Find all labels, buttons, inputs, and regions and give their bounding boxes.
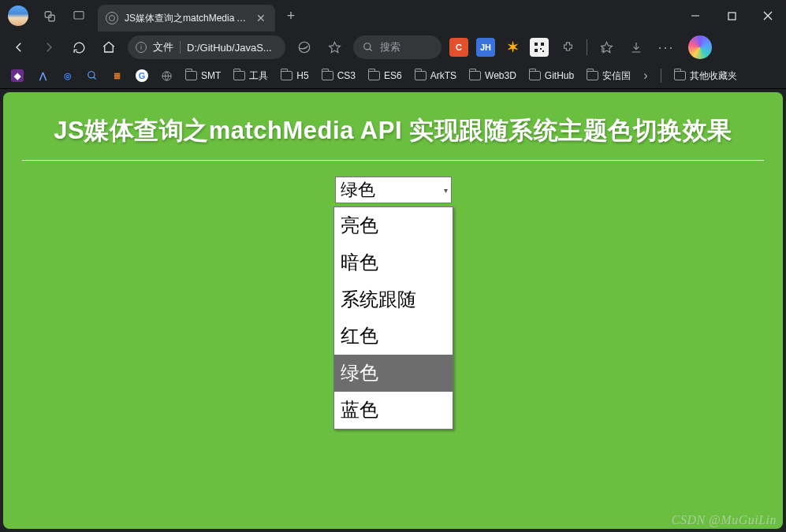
bookmark-label: CS3 xyxy=(337,70,356,81)
edge-icon[interactable] xyxy=(290,35,318,60)
bookmark-icon-4[interactable] xyxy=(82,67,102,84)
extensions-button[interactable] xyxy=(553,35,582,60)
search-icon xyxy=(363,42,374,53)
favorites-button[interactable] xyxy=(592,35,620,60)
svg-rect-14 xyxy=(542,50,544,52)
bookmark-folder-h5[interactable]: H5 xyxy=(276,67,313,84)
extension-jh[interactable]: JH xyxy=(476,38,495,57)
globe-icon xyxy=(106,12,118,24)
url-text: D:/GitHub/JavaS... xyxy=(187,42,272,54)
address-bar[interactable]: i 文件 D:/GitHub/JavaS... xyxy=(128,35,285,59)
extension-qr-icon[interactable] xyxy=(530,38,549,57)
bookmark-folder-cs3[interactable]: CS3 xyxy=(317,67,360,84)
svg-rect-2 xyxy=(74,12,84,19)
titlebar: JS媒体查询之matchMedia API 实现 ✕ + xyxy=(0,0,786,32)
browser-tab[interactable]: JS媒体查询之matchMedia API 实现 ✕ xyxy=(98,5,275,32)
workspaces-icon[interactable] xyxy=(36,2,65,30)
minimize-button[interactable] xyxy=(677,0,713,32)
svg-rect-13 xyxy=(540,48,542,50)
divider xyxy=(661,69,661,83)
option-label: 绿色 xyxy=(341,362,378,383)
bookmark-folder-web3d[interactable]: Web3D xyxy=(464,67,521,84)
home-button[interactable] xyxy=(95,35,123,60)
svg-line-9 xyxy=(370,49,372,51)
svg-rect-4 xyxy=(728,13,736,20)
downloads-button[interactable] xyxy=(622,35,650,60)
bookmark-folder-es6[interactable]: ES6 xyxy=(363,67,407,84)
extension-c[interactable]: C xyxy=(449,38,468,57)
watermark: CSDN @MuGuiLin xyxy=(672,513,777,527)
select-value: 绿色 xyxy=(341,178,375,202)
tab-title: JS媒体查询之matchMedia API 实现 xyxy=(125,12,248,25)
bookmark-icon-5[interactable]: ≣ xyxy=(106,66,128,85)
bookmark-folder-smt[interactable]: SMT xyxy=(181,67,225,84)
tab-actions-icon[interactable] xyxy=(65,2,93,30)
bookmark-icon-2[interactable]: ⋀ xyxy=(32,66,54,85)
bookmark-overflow-chevron[interactable]: › xyxy=(639,69,652,83)
folder-icon xyxy=(233,71,245,80)
bookmarks-bar: ◆ ⋀ ◎ ≣ G SMT 工具 H5 CS3 ES6 ArkTS Web3D … xyxy=(0,63,786,89)
option-green[interactable]: 绿色 xyxy=(334,355,453,392)
bookmark-label: 其他收藏夹 xyxy=(690,69,737,83)
page-content: JS媒体查询之matchMedia API 实现跟随系统主题色切换效果 绿色 ▾… xyxy=(3,92,783,529)
theme-select-area: 绿色 ▾ 亮色 暗色 系统跟随 红色 绿色 蓝色 xyxy=(3,177,783,430)
bookmark-folder-anxinguo[interactable]: 安信国 xyxy=(582,66,635,86)
option-label: 蓝色 xyxy=(341,399,378,420)
extension-star-icon[interactable]: ✶ xyxy=(503,38,522,57)
theme-select[interactable]: 绿色 ▾ xyxy=(335,177,452,203)
site-info-icon[interactable]: i xyxy=(136,42,147,53)
refresh-button[interactable] xyxy=(65,35,93,60)
divider xyxy=(587,39,587,55)
bookmark-icon-3[interactable]: ◎ xyxy=(57,66,79,85)
more-button[interactable]: ··· xyxy=(652,35,680,60)
page-title: JS媒体查询之matchMedia API 实现跟随系统主题色切换效果 xyxy=(3,92,783,160)
folder-icon xyxy=(185,71,197,80)
svg-rect-12 xyxy=(535,49,538,52)
bookmark-label: SMT xyxy=(201,70,221,81)
maximize-button[interactable] xyxy=(713,0,750,32)
folder-icon xyxy=(415,71,427,80)
folder-icon xyxy=(674,71,686,80)
bookmark-folder-tools[interactable]: 工具 xyxy=(229,66,273,86)
svg-line-17 xyxy=(94,77,96,80)
forward-button xyxy=(35,35,63,60)
copilot-button[interactable] xyxy=(688,35,712,59)
bookmark-label: H5 xyxy=(296,70,308,81)
option-label: 红色 xyxy=(341,325,378,346)
svg-point-8 xyxy=(364,43,371,50)
bookmark-folder-arkts[interactable]: ArkTS xyxy=(410,67,461,84)
bookmark-label: ArkTS xyxy=(430,70,456,81)
profile-avatar[interactable] xyxy=(8,6,28,26)
folder-icon xyxy=(322,71,333,80)
option-blue[interactable]: 蓝色 xyxy=(334,392,453,429)
option-label: 亮色 xyxy=(341,214,378,236)
bookmark-label: GitHub xyxy=(545,70,574,81)
option-red[interactable]: 红色 xyxy=(334,318,453,355)
folder-icon xyxy=(529,71,541,80)
svg-point-7 xyxy=(299,42,310,53)
close-window-button[interactable] xyxy=(750,0,786,32)
close-tab-button[interactable]: ✕ xyxy=(255,12,267,24)
folder-icon xyxy=(281,71,292,80)
back-button[interactable] xyxy=(5,35,33,60)
bookmark-icon-7[interactable] xyxy=(156,67,177,85)
svg-rect-1 xyxy=(49,15,55,21)
option-light[interactable]: 亮色 xyxy=(334,207,453,244)
url-scheme-label: 文件 xyxy=(153,40,173,54)
folder-icon xyxy=(368,71,380,80)
search-placeholder: 搜索 xyxy=(380,40,400,54)
favorite-button[interactable] xyxy=(320,35,348,60)
new-tab-button[interactable]: + xyxy=(280,8,302,24)
bookmark-folder-github[interactable]: GitHub xyxy=(524,67,579,84)
option-dark[interactable]: 暗色 xyxy=(334,244,453,281)
bookmark-label: 安信国 xyxy=(602,69,631,83)
svg-rect-11 xyxy=(541,43,544,46)
folder-icon xyxy=(587,71,598,80)
search-bar[interactable]: 搜索 xyxy=(353,35,441,59)
other-bookmarks-folder[interactable]: 其他收藏夹 xyxy=(669,66,742,86)
option-system[interactable]: 系统跟随 xyxy=(334,281,453,318)
svg-rect-10 xyxy=(535,43,538,46)
bookmark-label: Web3D xyxy=(485,70,516,81)
bookmark-icon-6[interactable]: G xyxy=(131,66,153,85)
bookmark-icon-1[interactable]: ◆ xyxy=(6,66,28,85)
